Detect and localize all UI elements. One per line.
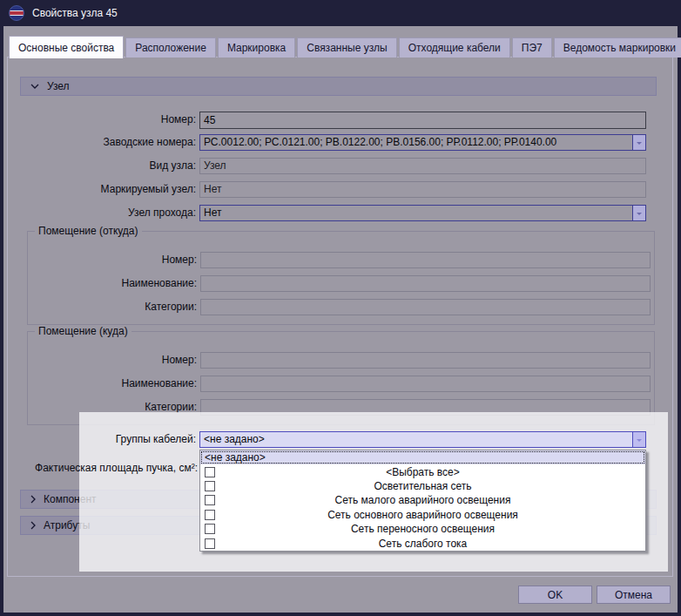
room-from-number-field [200, 252, 651, 268]
window-title: Свойства узла 45 [32, 7, 118, 19]
dropdown-item-label: Сеть слабого тока [379, 538, 468, 550]
cable-groups-dropdown: <не задано> <Выбрать все> Осветительная … [199, 450, 646, 552]
room-from-categories-field [200, 299, 651, 315]
dropdown-item-label: <Выбрать все> [386, 466, 460, 478]
dropdown-item-main-emergency-lighting[interactable]: Сеть основного аварийного освещения [200, 508, 645, 522]
checkbox[interactable] [205, 510, 215, 520]
tab-bar: Основные свойства Расположение Маркировк… [9, 36, 681, 58]
section-label: Узел [47, 80, 70, 92]
checkbox[interactable] [205, 538, 215, 549]
dropdown-item-label: Сеть малого аварийного освещения [335, 494, 511, 506]
checkbox[interactable] [205, 495, 215, 505]
factory-numbers-label: Заводские номера: [8, 134, 196, 151]
properties-dialog: Свойства узла 45 Основные свойства Распо… [0, 0, 681, 616]
tab-outgoing-cables[interactable]: Отходящие кабели [399, 37, 510, 58]
caret-down-icon [637, 142, 642, 147]
node-kind-field: Узел [199, 158, 646, 174]
tab-main-properties[interactable]: Основные свойства [9, 36, 124, 58]
dropdown-item-low-current-network[interactable]: Сеть слабого тока [200, 537, 645, 551]
chevron-right-icon [30, 495, 36, 504]
bundle-area-label: Фактическая площадь пучка, см²: [8, 460, 198, 477]
cable-groups-combobox[interactable]: <не задано> [199, 431, 646, 448]
app-logo-icon [9, 5, 24, 21]
factory-numbers-value: РС.0012.00; РС.0121.00; РВ.0122.00; РВ.0… [204, 136, 556, 148]
checkbox[interactable] [205, 467, 215, 477]
room-to-name-field [200, 376, 651, 392]
chevron-right-icon [30, 521, 36, 530]
room-from-number-label: Номер: [28, 252, 197, 268]
room-from-name-field [200, 275, 651, 292]
room-to-group-title: Помещение (куда) [35, 325, 131, 337]
chevron-down-icon [30, 84, 39, 89]
tab-location[interactable]: Расположение [125, 37, 216, 58]
passage-node-combobox[interactable]: Нет [199, 205, 646, 221]
room-to-number-field [200, 352, 651, 369]
dropdown-item-select-all[interactable]: <Выбрать все> [200, 464, 645, 478]
dropdown-button[interactable] [632, 206, 645, 220]
passage-node-label: Узел прохода: [8, 205, 196, 221]
room-to-number-label: Номер: [28, 352, 197, 369]
dropdown-item-label: Осветительная сеть [374, 480, 471, 492]
dropdown-item-portable-lighting[interactable]: Сеть переносного освещения [200, 522, 645, 536]
room-to-group: Помещение (куда) Номер: Наименование: Ка… [27, 331, 655, 425]
factory-numbers-combobox[interactable]: РС.0012.00; РС.0121.00; РВ.0122.00; РВ.0… [199, 134, 646, 151]
tab-linked-nodes[interactable]: Связанные узлы [297, 37, 396, 58]
tab-pe7[interactable]: ПЭ7 [512, 37, 552, 58]
tab-marking[interactable]: Маркировка [218, 37, 295, 58]
caret-down-icon [637, 439, 642, 444]
checkbox[interactable] [205, 481, 215, 491]
dropdown-button[interactable] [632, 135, 645, 150]
dropdown-item-not-set[interactable]: <не задано> [200, 450, 645, 464]
passage-node-value: Нет [204, 206, 221, 219]
checkbox[interactable] [205, 524, 215, 534]
cable-groups-label: Группы кабелей: [8, 431, 196, 448]
room-from-name-label: Наименование: [28, 275, 197, 292]
marked-node-label: Маркируемый узел: [8, 181, 196, 198]
room-from-group-title: Помещение (откуда) [35, 225, 142, 237]
cancel-button[interactable]: Отмена [597, 586, 671, 604]
room-to-name-label: Наименование: [28, 376, 197, 392]
dropdown-item-lighting-network[interactable]: Осветительная сеть [200, 479, 645, 493]
ok-button[interactable]: OK [518, 586, 592, 604]
number-label: Номер: [8, 112, 196, 128]
main-properties-page: Узел Номер: 45 Заводские номера: РС.0012… [7, 57, 673, 577]
dropdown-item-label: Сеть основного аварийного освещения [327, 509, 518, 521]
dropdown-item-label: Сеть переносного освещения [351, 523, 495, 535]
cable-groups-value: <не задано> [204, 433, 265, 445]
tab-marking-sheet[interactable]: Ведомость маркировки [554, 37, 681, 58]
titlebar: Свойства узла 45 [0, 0, 681, 26]
node-kind-label: Вид узла: [8, 158, 196, 174]
room-from-group: Помещение (откуда) Номер: Наименование: … [27, 231, 655, 325]
number-field[interactable]: 45 [199, 112, 646, 129]
dropdown-button[interactable] [632, 432, 645, 447]
marked-node-field: Нет [199, 181, 646, 198]
caret-down-icon [637, 213, 642, 218]
section-header-node[interactable]: Узел [20, 77, 657, 96]
room-from-categories-label: Категории: [28, 299, 197, 315]
dropdown-item-small-emergency-lighting[interactable]: Сеть малого аварийного освещения [200, 493, 645, 507]
